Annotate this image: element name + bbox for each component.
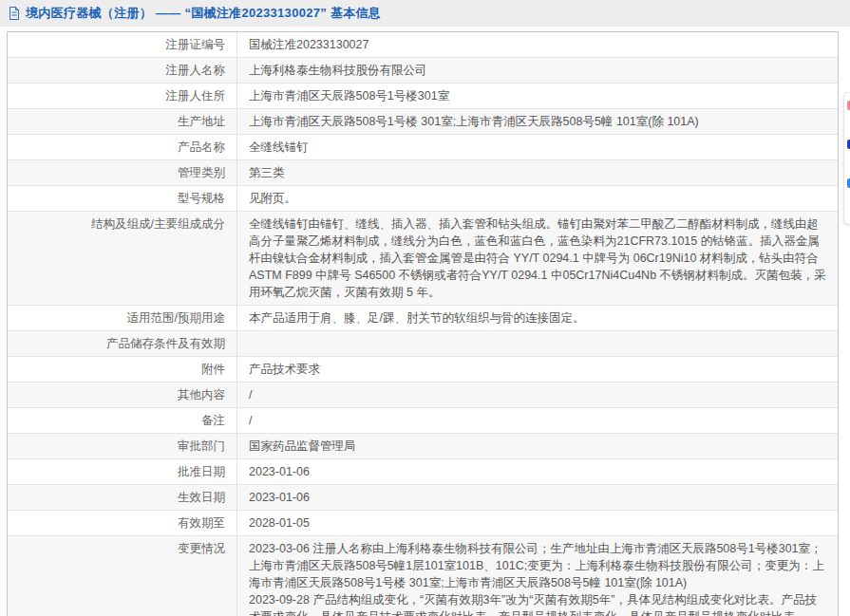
- row-label-text: 管理类别: [178, 164, 225, 181]
- row-label: 其他内容: [8, 383, 237, 407]
- row-label-text: 注册人住所: [166, 87, 226, 104]
- row-value-line: 2023-01-06: [249, 489, 826, 506]
- row-label: 注册人名称: [8, 58, 237, 83]
- row-value-line: /: [249, 412, 826, 429]
- row-label-text: 生效日期: [178, 489, 225, 506]
- row-label-text: 产品储存条件及有效期: [106, 335, 225, 352]
- row-value-line: 国家药品监督管理局: [249, 438, 826, 455]
- row-label: 产品储存条件及有效期: [8, 331, 237, 356]
- row-label-text: 生产地址: [178, 113, 225, 130]
- table-row: 注册人住所上海市青浦区天辰路508号1号楼301室: [8, 84, 838, 109]
- row-label-text: 结构及组成/主要组成成分: [91, 215, 225, 233]
- row-label-text: 有效期至: [178, 514, 225, 532]
- row-label: 型号规格: [8, 186, 237, 211]
- row-value: 2023-01-06: [237, 485, 838, 510]
- table-row: 产品名称全缝线锚钉: [8, 135, 838, 160]
- table-row: 有效期至2028-01-05: [8, 511, 838, 536]
- row-label-text: 审批部门: [178, 438, 225, 455]
- row-label: 结构及组成/主要组成成分: [8, 212, 237, 305]
- row-value-line: 产品技术要求: [249, 361, 826, 378]
- table-row: 产品储存条件及有效期: [8, 331, 838, 357]
- table-row: 生产地址上海市青浦区天辰路508号1号楼 301室;上海市青浦区天辰路508号5…: [8, 109, 838, 135]
- row-value: 上海市青浦区天辰路508号1号楼301室: [237, 84, 838, 108]
- row-label-text: 型号规格: [178, 190, 225, 207]
- row-value-line: /: [249, 386, 826, 403]
- row-label-text: 注册证编号: [166, 36, 226, 53]
- row-label-text: 附件: [201, 361, 225, 378]
- table-row: 型号规格见附页。: [8, 186, 838, 212]
- row-value-line: 本产品适用于肩、膝、足/踝、肘关节的软组织与骨的连接固定。: [249, 309, 826, 327]
- row-label-text: 变更情况: [178, 540, 225, 557]
- row-value-line: 2028-01-05: [249, 514, 826, 532]
- table-row: 批准日期2023-01-06: [8, 459, 838, 485]
- table-row: 注册证编号国械注准20233130027: [8, 32, 838, 58]
- document-icon: [9, 7, 20, 20]
- row-label: 备注: [8, 408, 237, 433]
- row-value: 2023-01-06: [237, 459, 838, 484]
- row-value-line: 上海市青浦区天辰路508号1号楼301室: [249, 87, 826, 104]
- row-value: 2023-03-06 注册人名称由上海利格泰生物科技有限公司；生产地址由上海市青…: [237, 536, 838, 616]
- table-row: 其他内容/: [8, 383, 838, 408]
- row-value: [237, 331, 838, 356]
- row-label: 附件: [8, 357, 237, 382]
- table-row: 变更情况2023-03-06 注册人名称由上海利格泰生物科技有限公司；生产地址由…: [8, 536, 838, 616]
- row-label-text: 适用范围/预期用途: [127, 309, 225, 327]
- row-value: 本产品适用于肩、膝、足/踝、肘关节的软组织与骨的连接固定。: [237, 306, 838, 330]
- row-label: 有效期至: [8, 511, 237, 535]
- row-value-line: 2023-01-06: [249, 463, 826, 480]
- row-value: 国械注准20233130027: [237, 32, 838, 57]
- row-value-line: 上海市青浦区天辰路508号1号楼 301室;上海市青浦区天辰路508号5幢 10…: [249, 113, 826, 130]
- row-label: 生产地址: [8, 109, 237, 134]
- row-label: 生效日期: [8, 485, 237, 510]
- page-header: 境内医疗器械（注册） —— “国械注准20233130027” 基本信息: [0, 0, 850, 27]
- row-value: /: [237, 383, 838, 407]
- row-value: 2028-01-05: [237, 511, 838, 535]
- row-label: 管理类别: [8, 160, 237, 185]
- row-label-text: 产品名称: [178, 139, 225, 156]
- row-value: 第三类: [237, 160, 838, 185]
- row-value-line: [249, 335, 826, 352]
- row-label-text: 注册人名称: [166, 62, 226, 79]
- row-label: 适用范围/预期用途: [8, 306, 237, 330]
- row-label: 变更情况: [8, 536, 237, 616]
- row-value: 全缝线锚钉: [237, 135, 838, 159]
- row-value-line: 全缝线锚钉由锚钉、缝线、插入器、插入套管和钻头组成。锚钉由聚对苯二甲酸乙二醇酯材…: [249, 215, 826, 301]
- row-value-line: 上海利格泰生物科技股份有限公司: [249, 62, 826, 79]
- page-title: 境内医疗器械（注册） —— “国械注准20233130027” 基本信息: [26, 5, 381, 22]
- floating-toolbar: [843, 92, 850, 225]
- row-value-line: 2023-03-06 注册人名称由上海利格泰生物科技有限公司；生产地址由上海市青…: [249, 540, 826, 591]
- table-row: 生效日期2023-01-06: [8, 485, 838, 511]
- row-value-line: 见附页。: [249, 190, 826, 207]
- table-row: 附件产品技术要求: [8, 357, 838, 383]
- table-row: 备注/: [8, 408, 838, 434]
- row-value-line: 全缝线锚钉: [249, 139, 826, 156]
- registration-info-table: 注册证编号国械注准20233130027注册人名称上海利格泰生物科技股份有限公司…: [7, 31, 839, 616]
- row-value-line: 2023-09-28 产品结构组成变化，“灭菌有效期3年”改为“灭菌有效期5年”…: [249, 591, 826, 616]
- row-value: 国家药品监督管理局: [237, 434, 838, 458]
- row-value: 上海市青浦区天辰路508号1号楼 301室;上海市青浦区天辰路508号5幢 10…: [237, 109, 838, 134]
- row-label-text: 其他内容: [178, 386, 225, 403]
- table-row: 管理类别第三类: [8, 160, 838, 186]
- row-label: 注册人住所: [8, 84, 237, 108]
- row-value: /: [237, 408, 838, 433]
- row-label: 审批部门: [8, 434, 237, 458]
- row-label-text: 备注: [201, 412, 225, 429]
- row-label: 批准日期: [8, 459, 237, 484]
- row-label: 注册证编号: [8, 32, 237, 57]
- row-value: 全缝线锚钉由锚钉、缝线、插入器、插入套管和钻头组成。锚钉由聚对苯二甲酸乙二醇酯材…: [237, 212, 838, 305]
- row-value: 产品技术要求: [237, 357, 838, 382]
- row-value: 上海利格泰生物科技股份有限公司: [237, 58, 838, 83]
- table-row: 结构及组成/主要组成成分全缝线锚钉由锚钉、缝线、插入器、插入套管和钻头组成。锚钉…: [8, 212, 838, 306]
- row-label-text: 批准日期: [178, 463, 225, 480]
- row-label: 产品名称: [8, 135, 237, 159]
- row-value-line: 国械注准20233130027: [249, 36, 826, 53]
- row-value-line: 第三类: [249, 164, 826, 181]
- table-row: 审批部门国家药品监督管理局: [8, 434, 838, 459]
- table-row: 注册人名称上海利格泰生物科技股份有限公司: [8, 58, 838, 84]
- table-row: 适用范围/预期用途本产品适用于肩、膝、足/踝、肘关节的软组织与骨的连接固定。: [8, 306, 838, 331]
- row-value: 见附页。: [237, 186, 838, 211]
